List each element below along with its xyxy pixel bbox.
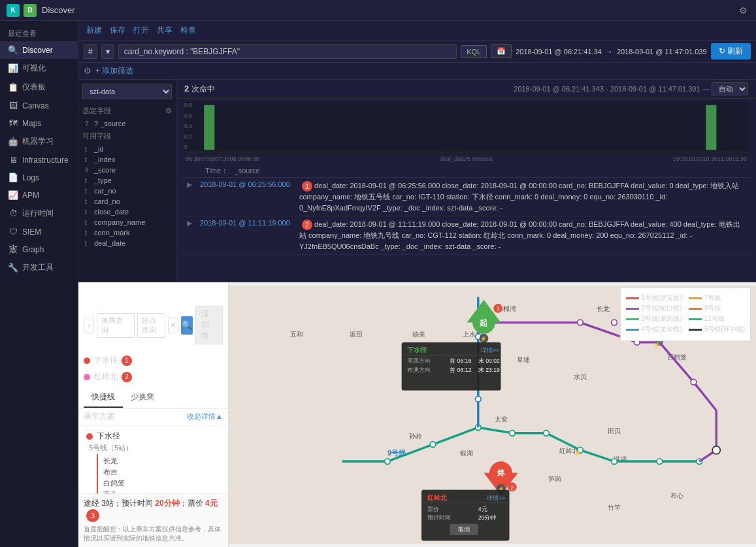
start-line-name: 5号线（5站） bbox=[89, 442, 220, 454]
svg-point-35 bbox=[385, 459, 391, 465]
search-prefix[interactable]: # bbox=[84, 44, 97, 59]
legend-color-5 bbox=[689, 329, 702, 331]
field-company-name[interactable]: t company_name bbox=[82, 217, 172, 227]
sidebar-item-infrastructure[interactable]: 🖥 Infrastructure bbox=[0, 151, 78, 169]
kql-badge[interactable]: KQL bbox=[461, 45, 487, 58]
sidebar-item-dashboard[interactable]: 📋 仪表板 bbox=[0, 78, 78, 97]
sidebar-item-graph[interactable]: 🕸 Graph bbox=[0, 240, 78, 258]
svg-text:20分钟: 20分钟 bbox=[478, 514, 497, 521]
new-button[interactable]: 新建 bbox=[86, 25, 102, 36]
tab-less-transfer[interactable]: 少换乘 bbox=[123, 388, 162, 408]
field-index[interactable]: t _index bbox=[82, 154, 172, 165]
svg-point-39 bbox=[544, 430, 550, 436]
svg-point-47 bbox=[475, 396, 481, 402]
svg-text:首 06:16: 首 06:16 bbox=[450, 357, 471, 364]
field-settings-icon[interactable]: ⚙ bbox=[165, 107, 172, 115]
search-dropdown[interactable]: ▾ bbox=[101, 44, 114, 59]
disclaimer: 首度提醒您：以上乘车方案仅供信息参考，具体情况以买请到实际的地铁信息为准。 bbox=[84, 525, 223, 543]
discover-panel: 新建 保存 打开 共享 检查 # ▾ card_no.keyword : "BE… bbox=[78, 21, 756, 282]
station-item-2[interactable]: 红岭北 2 bbox=[84, 369, 223, 385]
sidebar-item-discover[interactable]: 🔍 Discover bbox=[0, 41, 78, 59]
sidebar-item-siem[interactable]: 🛡 SIEM bbox=[0, 223, 78, 240]
svg-point-44 bbox=[712, 446, 720, 454]
uptime-icon: ⏱ bbox=[8, 208, 18, 218]
sidebar-item-devtools[interactable]: 🔧 开发工具 bbox=[0, 258, 78, 277]
map-left-panel: ‹ 换乘查询 站点查询 ✕ 🔍 深圳市 下水径 1 bbox=[78, 282, 229, 547]
add-filter-button[interactable]: + 添加筛选 bbox=[95, 65, 133, 76]
map-close-button[interactable]: ✕ bbox=[168, 318, 178, 333]
field-car-no[interactable]: t car_no bbox=[82, 186, 172, 196]
svg-text:杨美: 杨美 bbox=[412, 331, 425, 338]
footer-badge: 3 bbox=[86, 509, 99, 522]
sidebar-item-ml[interactable]: 🤖 机器学习 bbox=[0, 132, 78, 151]
results-header: Time ↑ _source bbox=[182, 164, 751, 178]
hit-label: 次命中 bbox=[191, 84, 215, 93]
sidebar-item-logs[interactable]: 📄 Logs bbox=[0, 169, 78, 186]
result-time: 2018-09-01 @ 06:25:56.000 bbox=[200, 180, 291, 188]
svg-text:⚡: ⚡ bbox=[574, 449, 581, 457]
svg-text:太安: 太安 bbox=[495, 416, 508, 423]
map-search-go-button[interactable]: 🔍 bbox=[181, 316, 193, 335]
expand-icon[interactable]: ▶ bbox=[187, 180, 192, 189]
map-back-button[interactable]: ‹ bbox=[84, 318, 94, 333]
table-row[interactable]: ▶ 2018-09-01 @ 06:25:56.000 1 deal_date:… bbox=[182, 178, 751, 216]
refresh-button[interactable]: ↻ 刷新 bbox=[711, 43, 751, 59]
refresh-icon: ↻ bbox=[719, 46, 725, 56]
time-range-end: 2018-09-01 @ 11:47:01.039 bbox=[617, 48, 707, 56]
field-card-no[interactable]: t card_no bbox=[82, 196, 172, 207]
sidebar-item-maps[interactable]: 🗺 Maps bbox=[0, 114, 78, 132]
svg-text:取消: 取消 bbox=[458, 526, 470, 533]
field-conn-mark[interactable]: t conn_mark bbox=[82, 227, 172, 238]
svg-text:草埔: 草埔 bbox=[517, 356, 530, 363]
auto-select[interactable]: 自动 bbox=[712, 82, 748, 95]
settings-icon[interactable]: ⚙ bbox=[739, 5, 749, 16]
histogram-area: 0.8 0.6 0.4 0.2 0 06:30 07:00 07:30 08:0… bbox=[176, 99, 756, 164]
svg-point-34 bbox=[691, 379, 697, 385]
legend-color-11 bbox=[689, 318, 702, 320]
ml-icon: 🤖 bbox=[8, 137, 18, 146]
check-button[interactable]: 检查 bbox=[180, 25, 196, 36]
map-station-button[interactable]: 站点查询 bbox=[137, 313, 165, 338]
sidebar-item-apm[interactable]: 📈 APM bbox=[0, 186, 78, 204]
field-type[interactable]: t _type bbox=[82, 175, 172, 186]
svg-text:下水径: 下水径 bbox=[407, 346, 427, 354]
svg-text:布澳方向: 布澳方向 bbox=[407, 367, 431, 373]
tab-fast-route[interactable]: 快捷线 bbox=[84, 388, 123, 408]
search-input[interactable]: card_no.keyword : "BEBJGJFFA" bbox=[118, 44, 457, 59]
legend-item-2: 2号线(蛇口线) 9号线 bbox=[626, 304, 745, 313]
field-id[interactable]: t _id bbox=[82, 144, 172, 154]
sidebar-item-uptime[interactable]: ⏱ 运行时间 bbox=[0, 204, 78, 223]
field-deal-date[interactable]: t deal_date bbox=[82, 238, 172, 248]
sidebar-item-visualize[interactable]: 📊 可视化 bbox=[0, 59, 78, 78]
filter-gear-icon[interactable]: ⚙ bbox=[84, 66, 91, 76]
expand-icon[interactable]: ▶ bbox=[187, 219, 192, 227]
table-row[interactable]: ▶ 2018-09-01 @ 11:11:19.000 2 deal_date:… bbox=[182, 216, 751, 255]
chart-header: 2 次命中 2018-09-01 @ 06:21:41.343 - 2018-0… bbox=[176, 80, 756, 99]
share-button[interactable]: 共享 bbox=[157, 25, 173, 36]
legend-color-3 bbox=[626, 318, 639, 320]
route-info: 乘车方案 收起详情▲ bbox=[78, 408, 228, 425]
maps-icon: 🗺 bbox=[8, 118, 18, 128]
result-badge-1: 1 bbox=[302, 181, 312, 191]
open-button[interactable]: 打开 bbox=[133, 25, 149, 36]
source-field-item[interactable]: ? ? _source bbox=[82, 118, 172, 129]
legend-color-9 bbox=[689, 308, 702, 310]
chart-time-range: 2018-09-01 @ 06:21:41.343 - 2018-09-01 @… bbox=[514, 85, 700, 93]
search-bar: # ▾ card_no.keyword : "BEBJGJFFA" KQL 📅 … bbox=[78, 41, 756, 63]
svg-text:坂田: 坂田 bbox=[349, 331, 363, 338]
save-button[interactable]: 保存 bbox=[110, 25, 125, 36]
calendar-icon[interactable]: 📅 bbox=[491, 44, 512, 58]
route-start: 下水径 bbox=[86, 431, 220, 442]
field-score[interactable]: # _score bbox=[82, 165, 172, 175]
field-panel: szt-data 选定字段 ⚙ ? ? _source 可用字段 t bbox=[78, 80, 176, 282]
route-detail-button[interactable]: 收起详情▲ bbox=[187, 412, 223, 422]
time-range-start: 2018-09-01 @ 06:21:41.34 bbox=[516, 48, 602, 56]
svg-text:终: 终 bbox=[497, 469, 506, 478]
sidebar-item-canvas[interactable]: 🖼 Canvas bbox=[0, 97, 78, 114]
result-time: 2018-09-01 @ 11:11:19.000 bbox=[200, 219, 291, 227]
canvas-icon: 🖼 bbox=[8, 101, 18, 110]
station-item-1[interactable]: 下水径 1 bbox=[84, 352, 223, 369]
data-source-select[interactable]: szt-data bbox=[82, 84, 172, 99]
field-close-date[interactable]: t close_date bbox=[82, 207, 172, 217]
map-search-input[interactable]: 换乘查询 bbox=[97, 313, 134, 338]
